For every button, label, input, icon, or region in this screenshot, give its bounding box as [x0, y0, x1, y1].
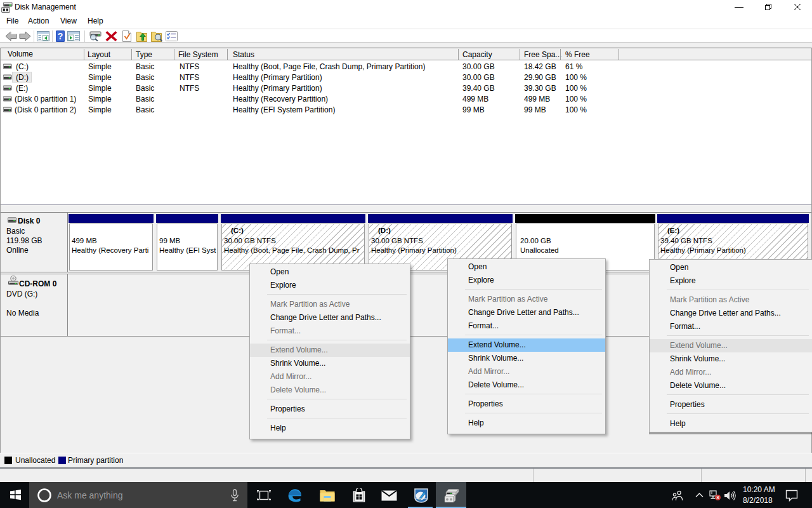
svg-text:?: ? — [58, 31, 63, 41]
